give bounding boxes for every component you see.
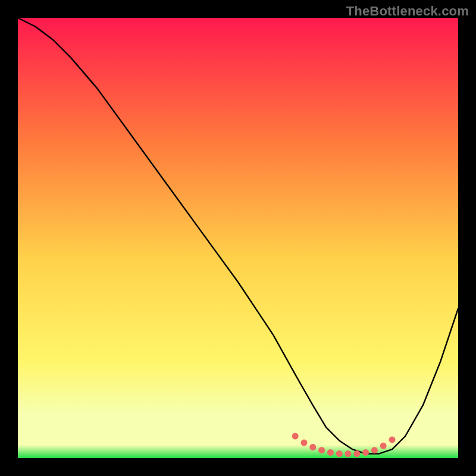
optimal-dot xyxy=(345,450,352,457)
optimal-dot xyxy=(336,450,343,457)
optimal-dot xyxy=(292,433,299,440)
optimal-dot xyxy=(380,443,387,449)
plot-area xyxy=(18,18,458,458)
bottleneck-chart xyxy=(18,18,458,458)
optimal-dot xyxy=(309,444,316,450)
optimal-dot xyxy=(327,449,334,456)
watermark-text: TheBottleneck.com xyxy=(346,4,469,19)
optimal-dot xyxy=(362,449,369,456)
gradient-background xyxy=(18,18,458,458)
optimal-dot xyxy=(353,450,360,457)
optimal-dot xyxy=(371,447,378,453)
chart-frame: TheBottleneck.com xyxy=(0,0,476,476)
optimal-dot xyxy=(389,436,396,443)
optimal-dot xyxy=(301,440,308,446)
optimal-dot xyxy=(318,447,325,453)
